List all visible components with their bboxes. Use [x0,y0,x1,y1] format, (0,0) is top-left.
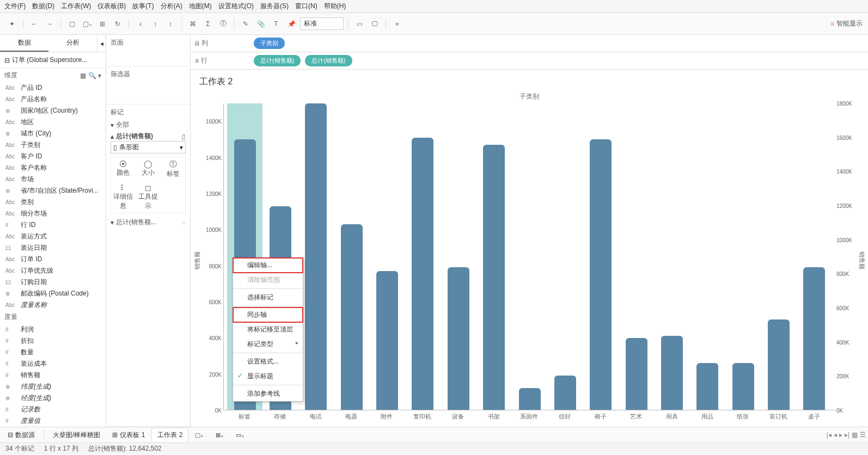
sheet-tab-3[interactable]: 工作表 2 [151,428,188,442]
field-item[interactable]: Abc市场 [0,174,106,185]
nav-next-icon[interactable]: ▸ [839,431,842,439]
tab-analysis[interactable]: 分析 [48,35,97,52]
field-item[interactable]: #装运成本 [0,358,106,370]
text-icon[interactable]: T [270,17,283,30]
mark-大小[interactable]: ◯大小 [136,157,161,181]
bar[interactable] [512,103,547,410]
bar[interactable] [334,103,369,410]
bar[interactable] [583,103,619,410]
sorta-icon[interactable]: ↕ [149,17,162,30]
ctx-item[interactable]: 编辑轴... [233,258,303,273]
menu-item[interactable]: 设置格式(O) [218,2,254,11]
mark-详细信息[interactable]: ⠇详细信息 [111,181,136,213]
swap-icon[interactable]: ⫞ [133,17,146,30]
nav-last-icon[interactable]: ▸| [845,431,849,439]
menu-item[interactable]: 仪表板(B) [97,2,126,11]
menu-item[interactable]: 服务器(S) [260,2,289,11]
field-item[interactable]: Abc细分市场 [0,208,106,219]
field-item[interactable]: ⊕省/市/自治区 (State/Provi... [0,185,106,196]
worksheet-title[interactable]: 工作表 2 [191,70,868,92]
bar[interactable] [298,103,334,410]
menu-item[interactable]: 工作表(W) [61,2,91,11]
menu-item[interactable]: 故事(T) [132,2,154,11]
menu-item[interactable]: 数据(D) [32,2,54,11]
field-item[interactable]: Abc地区 [0,116,106,128]
show-me-button[interactable]: ≡智能显示 [830,19,863,28]
bar[interactable] [725,103,761,410]
menubar[interactable]: 文件(F)数据(D)工作表(W)仪表板(B)故事(T)分析(A)地图(M)设置格… [0,0,868,13]
field-item[interactable]: Abc子类别 [0,139,106,151]
field-item[interactable]: Abc客户 ID [0,151,106,162]
ctx-item[interactable]: 将标记移至顶层 [233,322,303,337]
back-icon[interactable]: ← [28,17,41,30]
field-item[interactable]: ⊕纬度(生成) [0,381,106,392]
field-item[interactable]: #行 ID [0,219,106,231]
bar[interactable] [547,103,583,410]
bar[interactable] [476,103,512,410]
share-icon[interactable]: ∝ [390,17,404,30]
field-item[interactable]: 曰订购日期 [0,276,106,288]
field-item[interactable]: 曰装运日期 [0,242,106,254]
field-item[interactable]: #记录数 [0,404,106,415]
rows-shelf[interactable]: ≡行 总计(销售额) 总计(销售额) [191,52,868,70]
new-db-icon[interactable]: ⊞ [96,17,109,30]
nav-list-icon[interactable]: ☰ [860,431,866,439]
bar[interactable] [761,103,796,410]
menu-item[interactable]: 文件(F) [4,2,26,11]
pill-sum-sales-2[interactable]: 总计(销售额) [305,55,352,66]
sheet-tab-1[interactable]: 火柴图/棒棒糖图 [47,428,106,442]
forward-icon[interactable]: → [43,17,56,30]
marks-sum1[interactable]: ▴总计(销售额)▯ [111,132,186,141]
new-worksheet-icon[interactable]: ▢₊ [190,429,209,441]
sheet-tab-2[interactable]: ⊞仪表板 1 [107,428,150,442]
abc-icon[interactable]: Ⓣ [217,17,230,30]
field-item[interactable]: #销售额 [0,370,106,381]
y-axis-label-right[interactable]: 销售额 [858,251,866,269]
mark-工具提示[interactable]: ◻工具提示 [136,181,161,213]
ctx-item[interactable]: 标记类型 [233,337,303,352]
bar[interactable] [619,103,654,410]
ctx-item[interactable]: 选择标记 [233,290,303,305]
field-item[interactable]: ⊕经度(生成) [0,392,106,404]
field-item[interactable]: ⊕城市 (City) [0,128,106,139]
field-item[interactable]: Abc订单优先级 [0,265,106,276]
refresh-icon[interactable]: ↻ [111,17,124,30]
save-icon[interactable]: ▢ [65,17,78,30]
sheet-tabs[interactable]: ⊟数据源 火柴图/棒棒糖图 ⊞仪表板 1 工作表 2 ▢₊ ⊞₊ ▭₊ |◂ ◂… [0,427,868,442]
bar[interactable] [690,103,725,410]
tab-data-source[interactable]: ⊟数据源 [2,428,40,442]
highlight-icon[interactable]: ✎ [239,17,252,30]
desktop-icon[interactable]: 🖵 [368,17,381,30]
tab-data[interactable]: 数据 [0,35,48,52]
menu-item[interactable]: 帮助(H) [324,2,346,11]
ctx-item[interactable]: 添加参考线 [233,386,303,401]
menu-item[interactable]: 分析(A) [161,2,182,11]
field-item[interactable]: #数量 [0,347,106,358]
mark-标签[interactable]: Ⓣ标签 [161,157,185,181]
field-item[interactable]: Abc客户名称 [0,162,106,174]
field-item[interactable]: ⊕国家/地区 (Country) [0,105,106,116]
bar[interactable] [654,103,689,410]
ctx-item[interactable]: 设置格式... [233,354,303,369]
bar[interactable] [405,103,441,410]
mark-颜色[interactable]: ⦿颜色 [111,157,136,181]
menu-item[interactable]: 窗口(N) [295,2,317,11]
axis-context-menu[interactable]: 编辑轴...清除轴范围选择标记同步轴将标记移至顶层标记类型设置格式...显示标题… [233,257,303,402]
marks-all-toggle[interactable]: ▾全部 [111,120,186,130]
field-item[interactable]: Abc订单 ID [0,254,106,265]
field-item[interactable]: #折扣 [0,335,106,347]
panel-collapse-icon[interactable]: ◂ [97,35,106,52]
field-item[interactable]: Abc类别 [0,196,106,208]
bar[interactable] [369,103,405,410]
filters-shelf[interactable]: 筛选器 [111,70,186,79]
pill-subcategory[interactable]: 子类别 [254,38,285,49]
menu-item[interactable]: 地图(M) [189,2,212,11]
field-item[interactable]: ⊕邮政编码 (Postal Code) [0,288,106,299]
marks-sum2[interactable]: ▾总计(销售额...○ [111,218,186,227]
field-item[interactable]: #度量值 [0,415,106,427]
group-icon[interactable]: ⌘ [186,17,199,30]
view-options-icon[interactable]: ▦ 🔍 ▾ [80,72,101,79]
field-item[interactable]: #利润 [0,324,106,335]
new-dashboard-icon[interactable]: ⊞₊ [210,429,229,441]
nav-first-icon[interactable]: |◂ [827,431,832,439]
